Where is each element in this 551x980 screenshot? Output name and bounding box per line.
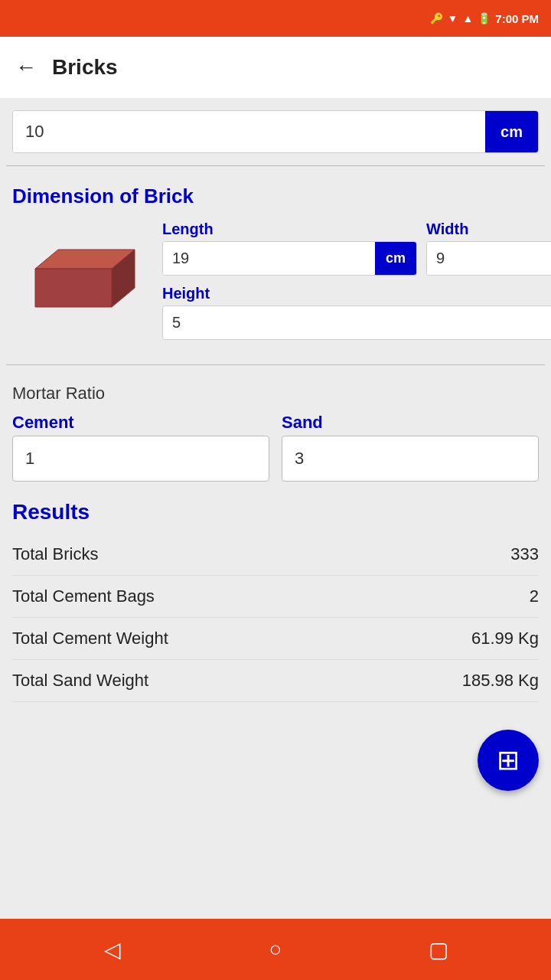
sand-group: Sand: [282, 413, 539, 482]
top-input[interactable]: [13, 111, 485, 152]
back-nav-button[interactable]: ◁: [90, 926, 135, 972]
battery-icon: 🔋: [478, 12, 491, 24]
dimensions-col: Length cm Width cm: [162, 220, 551, 340]
brick-svg-icon: [12, 227, 150, 334]
length-width-row: Length cm Width cm: [162, 220, 551, 276]
page-title: Bricks: [52, 55, 118, 80]
app-bar: ← Bricks: [0, 37, 551, 98]
mortar-inputs: Cement Sand: [12, 413, 539, 482]
signal-icon: ▲: [462, 12, 473, 24]
result-value-0: 333: [510, 544, 539, 564]
height-input-group: cm: [162, 305, 551, 340]
dimension-section: Dimension of Brick: [0, 178, 551, 352]
results-section: Results Total Bricks 333 Total Cement Ba…: [0, 494, 551, 714]
divider-2: [6, 364, 545, 365]
status-bar: 🔑 ▼ ▲ 🔋 7:00 PM: [0, 0, 551, 37]
result-label-0: Total Bricks: [12, 544, 98, 564]
result-label-3: Total Sand Weight: [12, 671, 148, 691]
width-label: Width: [426, 220, 551, 238]
top-unit-badge: cm: [485, 111, 538, 152]
sand-label: Sand: [282, 413, 539, 433]
height-group: Height cm: [162, 285, 551, 340]
home-nav-button[interactable]: ○: [253, 926, 298, 972]
back-button[interactable]: ←: [15, 55, 37, 80]
brick-dimensions-container: Length cm Width cm: [12, 220, 539, 340]
mortar-section: Mortar Ratio Cement Sand: [0, 377, 551, 494]
status-time: 7:00 PM: [495, 12, 539, 25]
result-row-3: Total Sand Weight 185.98 Kg: [12, 660, 539, 702]
cement-input[interactable]: [12, 436, 269, 482]
sand-input[interactable]: [282, 436, 539, 482]
svg-marker-1: [35, 269, 112, 307]
result-value-1: 2: [530, 586, 539, 606]
dimension-title: Dimension of Brick: [12, 185, 539, 208]
key-icon: 🔑: [430, 12, 443, 24]
wifi-icon: ▼: [448, 12, 458, 24]
cement-group: Cement: [12, 413, 269, 482]
length-input-group: cm: [162, 241, 417, 276]
mortar-title: Mortar Ratio: [12, 384, 539, 403]
calculator-icon: ⊞: [497, 744, 520, 776]
length-group: Length cm: [162, 220, 417, 276]
cement-label: Cement: [12, 413, 269, 433]
fab-container: ⊞: [0, 714, 551, 806]
result-row-2: Total Cement Weight 61.99 Kg: [12, 618, 539, 660]
calculate-fab-button[interactable]: ⊞: [478, 730, 539, 791]
result-value-3: 185.98 Kg: [462, 671, 539, 691]
result-row-1: Total Cement Bags 2: [12, 576, 539, 618]
height-label: Height: [162, 285, 551, 302]
top-input-group: cm: [12, 110, 539, 153]
results-title: Results: [12, 500, 539, 524]
result-label-2: Total Cement Weight: [12, 629, 168, 648]
brick-image: [12, 220, 150, 340]
result-label-1: Total Cement Bags: [12, 586, 155, 606]
status-icons: 🔑 ▼ ▲ 🔋 7:00 PM: [430, 12, 539, 25]
divider-1: [6, 165, 545, 166]
recent-nav-button[interactable]: ▢: [416, 926, 461, 972]
length-input[interactable]: [163, 242, 375, 275]
width-input-group: cm: [426, 241, 551, 276]
width-input[interactable]: [427, 242, 551, 275]
result-row-0: Total Bricks 333: [12, 534, 539, 576]
bottom-nav: ◁ ○ ▢: [0, 919, 551, 980]
length-label: Length: [162, 220, 417, 238]
width-group: Width cm: [426, 220, 551, 276]
length-unit-badge: cm: [375, 242, 416, 275]
main-content: cm Dimension of Brick: [0, 98, 551, 919]
result-value-2: 61.99 Kg: [471, 629, 539, 648]
top-input-section: cm: [0, 98, 551, 153]
height-input[interactable]: [163, 306, 551, 339]
